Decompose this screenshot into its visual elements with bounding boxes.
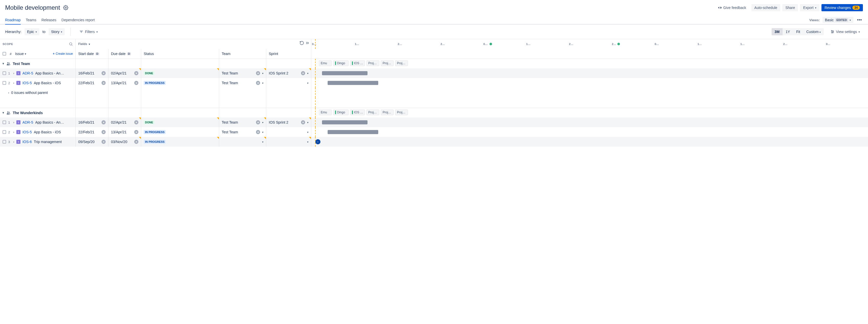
team-cell[interactable]: Test Team✕ ▾	[219, 68, 266, 78]
share-button[interactable]: Share	[782, 4, 798, 11]
status-cell[interactable]: IN PROGRESS	[141, 78, 219, 88]
undo-icon[interactable]	[300, 41, 304, 45]
tab-dependencies-report[interactable]: Dependencies report	[61, 16, 95, 25]
clear-icon[interactable]: ✕	[101, 120, 105, 124]
chevron-right-icon[interactable]: ›	[13, 72, 14, 75]
chevron-right-icon[interactable]: ›	[13, 121, 14, 124]
release-tag[interactable]: Emu	[319, 110, 332, 115]
scroll-left-icon[interactable]: ←	[315, 139, 320, 144]
chevron-down-icon[interactable]: ▾	[307, 82, 308, 84]
due-date-cell[interactable]: 02/Apr/21✕	[108, 117, 141, 127]
clear-icon[interactable]: ✕	[134, 140, 138, 144]
clear-icon[interactable]: ✕	[256, 120, 260, 124]
release-tag[interactable]: IOS …	[350, 60, 365, 66]
start-date-cell[interactable]: 22/Feb/21✕	[76, 78, 108, 88]
chevron-down-icon[interactable]: ▾	[262, 121, 264, 124]
chevron-down-icon[interactable]: ▾	[262, 131, 264, 134]
hierarchy-from-select[interactable]: Epic▾	[25, 28, 39, 35]
release-tag[interactable]: Proj…	[395, 60, 408, 66]
hierarchy-to-select[interactable]: Story▾	[49, 28, 65, 35]
clear-icon[interactable]: ✕	[256, 130, 260, 134]
start-date-cell[interactable]: 22/Feb/21✕	[76, 127, 108, 137]
fields-header[interactable]: Fields ▾	[76, 39, 311, 49]
team-cell[interactable]: Test Team✕ ▾	[219, 117, 266, 127]
chevron-down-icon[interactable]: ▾	[3, 62, 4, 65]
search-icon[interactable]	[69, 42, 73, 46]
sprint-cell[interactable]: ▾	[266, 137, 311, 147]
start-date-cell[interactable]: 09/Sep/20✕	[76, 137, 108, 147]
clear-icon[interactable]: ✕	[101, 81, 105, 85]
due-date-cell[interactable]: 13/Apr/21✕	[108, 127, 141, 137]
clear-icon[interactable]: ✕	[301, 71, 305, 75]
tab-roadmap[interactable]: Roadmap	[5, 16, 21, 25]
chevron-down-icon[interactable]: ▾	[307, 121, 308, 124]
zoom-fit[interactable]: Fit	[793, 28, 803, 35]
zoom-3m[interactable]: 3M	[772, 28, 782, 35]
clear-icon[interactable]: ✕	[134, 81, 138, 85]
issue-cell[interactable]: 2 › IOS-5 App Basics - iOS	[0, 127, 76, 137]
issue-key[interactable]: ADR-5	[23, 120, 33, 124]
clear-icon[interactable]: ✕	[134, 71, 138, 75]
view-settings-button[interactable]: View settings ▾	[827, 28, 863, 35]
release-tag[interactable]: Proj…	[367, 110, 379, 115]
clear-icon[interactable]: ✕	[256, 71, 260, 75]
chevron-down-icon[interactable]: ▾	[307, 131, 308, 134]
filters-button[interactable]: Filters ▾	[76, 28, 100, 35]
more-icon[interactable]: •••	[856, 18, 863, 23]
row-checkbox[interactable]	[3, 130, 6, 134]
clear-icon[interactable]: ✕	[256, 81, 260, 85]
team-cell[interactable]: Test Team✕ ▾	[219, 127, 266, 137]
clear-icon[interactable]: ✕	[134, 120, 138, 124]
status-cell[interactable]: DONE	[141, 117, 219, 127]
collapse-icon[interactable]	[305, 41, 310, 45]
tab-teams[interactable]: Teams	[26, 16, 36, 25]
issue-header-sort[interactable]: Issue ▾	[15, 52, 26, 56]
due-date-cell[interactable]: 02/Apr/21✕	[108, 68, 141, 78]
row-checkbox[interactable]	[3, 140, 6, 144]
clear-icon[interactable]: ✕	[101, 130, 105, 134]
release-tag[interactable]: Proj…	[381, 110, 394, 115]
group-row[interactable]: ▾ The Wunderkinds	[0, 108, 76, 117]
chevron-right-icon[interactable]: ›	[13, 130, 14, 134]
export-button[interactable]: Export ▾	[800, 4, 819, 11]
release-tag[interactable]: Proj…	[367, 60, 379, 66]
release-tag[interactable]: Dingo	[333, 110, 348, 115]
sprint-cell[interactable]: IOS Sprint 2✕ ▾	[266, 68, 311, 78]
due-date-cell[interactable]: 13/Apr/21✕	[108, 78, 141, 88]
chevron-down-icon[interactable]: ▾	[307, 141, 308, 143]
tab-releases[interactable]: Releases	[41, 16, 56, 25]
clear-icon[interactable]: ✕	[134, 130, 138, 134]
zoom-1y[interactable]: 1Y	[782, 28, 793, 35]
timeline-bar[interactable]	[328, 130, 378, 134]
chevron-down-icon[interactable]: ▾	[307, 72, 308, 75]
give-feedback-button[interactable]: Give feedback	[715, 4, 749, 11]
issue-cell[interactable]: 2 › IOS-5 App Basics - iOS	[0, 78, 76, 88]
chevron-right-icon[interactable]: ›	[8, 91, 9, 94]
chevron-right-icon[interactable]: ›	[13, 140, 14, 143]
release-tag[interactable]: Dingo	[333, 60, 348, 66]
issue-key[interactable]: IOS-5	[23, 81, 32, 85]
issue-cell[interactable]: 3 › IOS-6 Trip management	[0, 137, 76, 147]
chevron-down-icon[interactable]: ▾	[262, 141, 264, 143]
chevron-down-icon[interactable]: ▾	[262, 82, 264, 84]
status-cell[interactable]: IN PROGRESS	[141, 137, 219, 147]
group-row[interactable]: ▾ Test Team	[0, 59, 76, 68]
timeline-bar[interactable]	[328, 81, 378, 85]
sprint-cell[interactable]: ▾	[266, 78, 311, 88]
review-changes-button[interactable]: Review changes 34	[822, 4, 863, 11]
sprint-cell[interactable]: ▾	[266, 127, 311, 137]
select-all-checkbox[interactable]	[3, 52, 6, 56]
row-checkbox[interactable]	[3, 81, 6, 85]
gear-icon[interactable]	[63, 5, 68, 10]
clear-icon[interactable]: ✕	[101, 140, 105, 144]
clear-icon[interactable]: ✕	[301, 120, 305, 124]
team-cell[interactable]: Test Team✕ ▾	[219, 78, 266, 88]
start-date-cell[interactable]: 16/Feb/21✕	[76, 117, 108, 127]
release-tag[interactable]: Proj…	[395, 110, 408, 115]
status-cell[interactable]: IN PROGRESS	[141, 127, 219, 137]
status-cell[interactable]: DONE	[141, 68, 219, 78]
release-tag[interactable]: IOS …	[350, 110, 365, 115]
no-parent-row[interactable]: › 0 issues without parent	[0, 88, 76, 97]
release-tag[interactable]: Proj…	[381, 60, 394, 66]
view-selector[interactable]: Basic EDITED ▾	[823, 17, 854, 23]
